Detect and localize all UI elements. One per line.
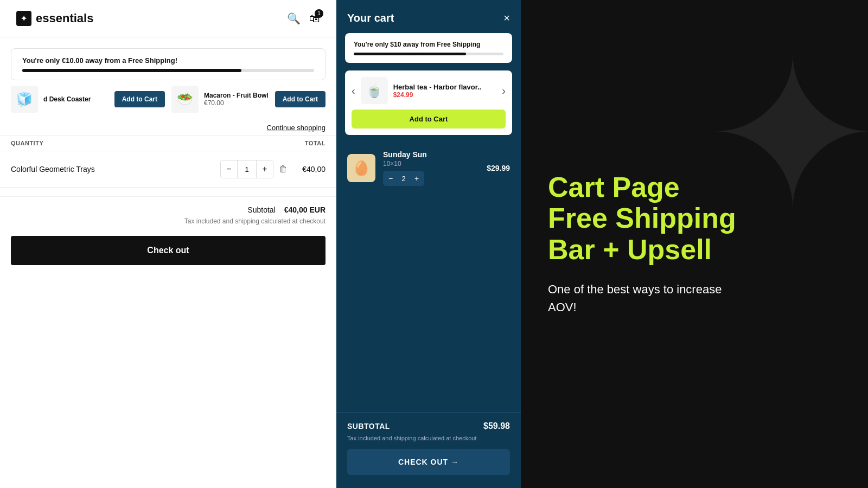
drawer-qty-decrease-btn[interactable]: − [383,171,398,186]
upsell-next-btn[interactable]: › [502,85,506,97]
marketing-title: Cart PageFree ShippingBar + Upsell [548,172,841,265]
drawer-item-img: 🥚 [347,154,375,182]
drawer-shipping-bar: You're only $10 away from Free Shipping [345,33,512,63]
upsell-item-1: 🧊 d Desk Coaster Add to Cart [11,86,165,113]
cart-table-header: QUANTITY TOTAL [0,135,336,151]
drawer-shipping-text: You're only $10 away from Free Shipping [354,41,503,48]
drawer-subtotal: SUBTOTAL $59.98 Tax included and shippin… [336,412,521,488]
qty-input[interactable] [237,160,257,178]
site-header: ✦ essentials 🔍 🛍 1 [0,0,336,37]
upsell-prev-btn[interactable]: ‹ [352,85,355,97]
drawer-qty-val: 2 [398,175,409,183]
drawer-tax-note: Tax included and shipping calculated at … [347,434,510,442]
drawer-upsell-price: $24.99 [393,91,497,99]
qty-increase-btn[interactable]: + [257,160,273,178]
drawer-subtotal-label: SUBTOTAL [347,422,390,431]
drawer-checkout-btn[interactable]: CHECK OUT → [347,449,510,475]
delete-item-btn[interactable]: 🗑 [279,164,288,174]
drawer-upsell-img: 🍵 [361,77,388,104]
drawer-item-info: Sunday Sun 10×10 − 2 + [383,150,479,186]
drawer-qty-increase-btn[interactable]: + [409,171,424,186]
drawer-subtotal-row: SUBTOTAL $59.98 [347,421,510,431]
total-header: TOTAL [305,140,326,146]
marketing-panel: Cart PageFree ShippingBar + Upsell One o… [521,0,868,488]
progress-bar-fill [22,69,241,72]
cart-item-total: €40,00 [288,165,326,174]
shipping-bar-text: You're only €10.00 away from a Free Ship… [22,56,314,65]
drawer-qty-control: − 2 + [383,171,424,186]
upsell-item-2-info: Macaron - Fruit Bowl €70.00 [204,92,270,107]
continue-shopping-wrap: Continue shopping [0,118,336,135]
qty-header: QUANTITY [11,140,43,146]
brand-name: essentials [36,11,93,25]
drawer-close-btn[interactable]: × [503,12,510,24]
logo[interactable]: ✦ essentials [16,11,93,26]
marketing-subtitle: One of the best ways to increase AOV! [548,280,743,316]
drawer-upsell-info: Herbal tea - Harbor flavor.. $24.99 [393,83,497,99]
drawer-upsell-name: Herbal tea - Harbor flavor.. [393,83,497,91]
continue-shopping-btn[interactable]: Continue shopping [267,124,326,132]
upsell-item-1-add-btn[interactable]: Add to Cart [114,91,165,107]
qty-control: − + [220,160,273,178]
drawer-upsell-inner: ‹ 🍵 Herbal tea - Harbor flavor.. $24.99 … [352,77,506,104]
subtotal-row: Subtotal €40,00 EUR [0,197,336,217]
tax-note: Tax included and shipping calculated at … [0,217,336,232]
shipping-bar: You're only €10.00 away from a Free Ship… [11,48,326,80]
drawer-progress-bg [354,53,503,55]
upsell-item-1-info: d Desk Coaster [43,95,109,103]
drawer-upsell: ‹ 🍵 Herbal tea - Harbor flavor.. $24.99 … [345,70,512,135]
upsell-item-1-img: 🧊 [11,86,38,113]
header-icons: 🔍 🛍 1 [287,12,320,25]
cart-page: ✦ essentials 🔍 🛍 1 You're only €10.00 aw… [0,0,336,488]
upsell-item-2-img: 🥗 [171,86,199,113]
drawer-title: Your cart [347,12,394,24]
upsell-item-2-name: Macaron - Fruit Bowl [204,92,270,99]
progress-bar-bg [22,69,314,72]
subtotal-amount: €40,00 EUR [284,206,326,214]
upsell-row: 🧊 d Desk Coaster Add to Cart 🥗 Macaron -… [0,86,336,118]
cart-drawer: Your cart × You're only $10 away from Fr… [336,0,521,488]
cart-item-name: Colorful Geometric Trays [11,165,220,174]
drawer-upsell-add-btn[interactable]: Add to Cart [352,110,506,129]
search-icon[interactable]: 🔍 [287,12,301,25]
drawer-progress-fill [354,53,466,55]
drawer-header: Your cart × [336,0,521,33]
drawer-item-variant: 10×10 [383,160,479,168]
upsell-item-1-name: d Desk Coaster [43,95,109,103]
logo-icon: ✦ [16,11,31,26]
cart-item-row: Colorful Geometric Trays − + 🗑 €40,00 [0,151,336,188]
drawer-subtotal-amount: $59.98 [483,421,510,431]
subtotal-label: Subtotal [247,206,275,214]
cart-icon-wrap[interactable]: 🛍 1 [309,12,320,25]
qty-decrease-btn[interactable]: − [221,160,237,178]
drawer-item-price: $29.99 [487,164,510,172]
checkout-btn-left[interactable]: Check out [11,236,326,265]
drawer-item-name: Sunday Sun [383,150,479,159]
upsell-item-2-price: €70.00 [204,99,270,107]
cart-badge: 1 [315,9,323,18]
upsell-item-2-add-btn[interactable]: Add to Cart [275,91,326,107]
upsell-item-2: 🥗 Macaron - Fruit Bowl €70.00 Add to Car… [171,86,326,113]
drawer-cart-item: 🥚 Sunday Sun 10×10 − 2 + $29.99 [336,143,521,194]
